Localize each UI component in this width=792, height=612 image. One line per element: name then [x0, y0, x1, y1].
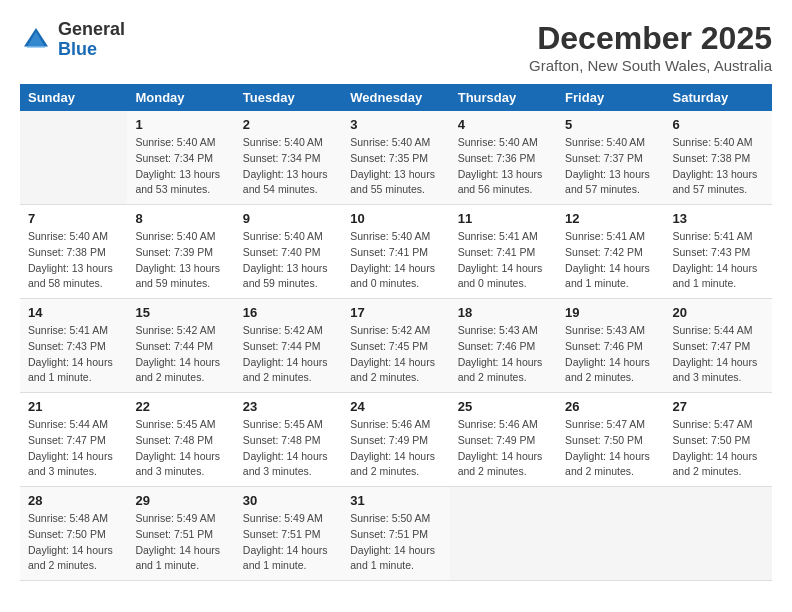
day-info: Sunrise: 5:50 AMSunset: 7:51 PMDaylight:… [350, 511, 441, 574]
calendar-cell [665, 487, 772, 581]
calendar-cell: 16Sunrise: 5:42 AMSunset: 7:44 PMDayligh… [235, 299, 342, 393]
day-number: 10 [350, 211, 441, 226]
day-number: 2 [243, 117, 334, 132]
day-info: Sunrise: 5:42 AMSunset: 7:45 PMDaylight:… [350, 323, 441, 386]
calendar-cell: 7Sunrise: 5:40 AMSunset: 7:38 PMDaylight… [20, 205, 127, 299]
day-number: 4 [458, 117, 549, 132]
day-number: 24 [350, 399, 441, 414]
day-info: Sunrise: 5:46 AMSunset: 7:49 PMDaylight:… [350, 417, 441, 480]
calendar-cell [450, 487, 557, 581]
day-info: Sunrise: 5:44 AMSunset: 7:47 PMDaylight:… [673, 323, 764, 386]
day-info: Sunrise: 5:41 AMSunset: 7:41 PMDaylight:… [458, 229, 549, 292]
day-info: Sunrise: 5:40 AMSunset: 7:36 PMDaylight:… [458, 135, 549, 198]
day-info: Sunrise: 5:48 AMSunset: 7:50 PMDaylight:… [28, 511, 119, 574]
calendar-cell: 20Sunrise: 5:44 AMSunset: 7:47 PMDayligh… [665, 299, 772, 393]
day-number: 1 [135, 117, 226, 132]
calendar-cell [20, 111, 127, 205]
day-number: 18 [458, 305, 549, 320]
day-number: 23 [243, 399, 334, 414]
day-info: Sunrise: 5:40 AMSunset: 7:34 PMDaylight:… [135, 135, 226, 198]
day-info: Sunrise: 5:40 AMSunset: 7:37 PMDaylight:… [565, 135, 656, 198]
day-info: Sunrise: 5:49 AMSunset: 7:51 PMDaylight:… [135, 511, 226, 574]
day-number: 22 [135, 399, 226, 414]
day-number: 9 [243, 211, 334, 226]
day-info: Sunrise: 5:47 AMSunset: 7:50 PMDaylight:… [673, 417, 764, 480]
day-info: Sunrise: 5:45 AMSunset: 7:48 PMDaylight:… [243, 417, 334, 480]
calendar-cell: 21Sunrise: 5:44 AMSunset: 7:47 PMDayligh… [20, 393, 127, 487]
day-info: Sunrise: 5:41 AMSunset: 7:43 PMDaylight:… [673, 229, 764, 292]
week-row-2: 7Sunrise: 5:40 AMSunset: 7:38 PMDaylight… [20, 205, 772, 299]
day-info: Sunrise: 5:42 AMSunset: 7:44 PMDaylight:… [243, 323, 334, 386]
day-info: Sunrise: 5:41 AMSunset: 7:42 PMDaylight:… [565, 229, 656, 292]
day-number: 28 [28, 493, 119, 508]
calendar-cell [557, 487, 664, 581]
day-number: 12 [565, 211, 656, 226]
day-info: Sunrise: 5:42 AMSunset: 7:44 PMDaylight:… [135, 323, 226, 386]
calendar-cell: 5Sunrise: 5:40 AMSunset: 7:37 PMDaylight… [557, 111, 664, 205]
day-number: 14 [28, 305, 119, 320]
day-info: Sunrise: 5:43 AMSunset: 7:46 PMDaylight:… [458, 323, 549, 386]
calendar-cell: 19Sunrise: 5:43 AMSunset: 7:46 PMDayligh… [557, 299, 664, 393]
day-info: Sunrise: 5:40 AMSunset: 7:35 PMDaylight:… [350, 135, 441, 198]
calendar-cell: 1Sunrise: 5:40 AMSunset: 7:34 PMDaylight… [127, 111, 234, 205]
logo-text: General Blue [58, 20, 125, 60]
day-header-tuesday: Tuesday [235, 84, 342, 111]
calendar-cell: 31Sunrise: 5:50 AMSunset: 7:51 PMDayligh… [342, 487, 449, 581]
day-number: 30 [243, 493, 334, 508]
calendar-cell: 2Sunrise: 5:40 AMSunset: 7:34 PMDaylight… [235, 111, 342, 205]
day-number: 15 [135, 305, 226, 320]
week-row-4: 21Sunrise: 5:44 AMSunset: 7:47 PMDayligh… [20, 393, 772, 487]
logo-icon [20, 24, 52, 56]
calendar-cell: 11Sunrise: 5:41 AMSunset: 7:41 PMDayligh… [450, 205, 557, 299]
page-header: General Blue December 2025 Grafton, New … [20, 20, 772, 74]
day-header-wednesday: Wednesday [342, 84, 449, 111]
day-number: 19 [565, 305, 656, 320]
day-header-monday: Monday [127, 84, 234, 111]
calendar-cell: 6Sunrise: 5:40 AMSunset: 7:38 PMDaylight… [665, 111, 772, 205]
logo-blue: Blue [58, 39, 97, 59]
calendar-cell: 14Sunrise: 5:41 AMSunset: 7:43 PMDayligh… [20, 299, 127, 393]
day-info: Sunrise: 5:40 AMSunset: 7:38 PMDaylight:… [673, 135, 764, 198]
calendar-cell: 25Sunrise: 5:46 AMSunset: 7:49 PMDayligh… [450, 393, 557, 487]
day-number: 17 [350, 305, 441, 320]
day-info: Sunrise: 5:43 AMSunset: 7:46 PMDaylight:… [565, 323, 656, 386]
day-info: Sunrise: 5:40 AMSunset: 7:38 PMDaylight:… [28, 229, 119, 292]
day-header-friday: Friday [557, 84, 664, 111]
day-header-sunday: Sunday [20, 84, 127, 111]
calendar-cell: 4Sunrise: 5:40 AMSunset: 7:36 PMDaylight… [450, 111, 557, 205]
day-number: 6 [673, 117, 764, 132]
day-number: 8 [135, 211, 226, 226]
calendar-cell: 3Sunrise: 5:40 AMSunset: 7:35 PMDaylight… [342, 111, 449, 205]
week-row-1: 1Sunrise: 5:40 AMSunset: 7:34 PMDaylight… [20, 111, 772, 205]
day-header-thursday: Thursday [450, 84, 557, 111]
day-number: 7 [28, 211, 119, 226]
calendar-cell: 24Sunrise: 5:46 AMSunset: 7:49 PMDayligh… [342, 393, 449, 487]
calendar-cell: 30Sunrise: 5:49 AMSunset: 7:51 PMDayligh… [235, 487, 342, 581]
calendar-cell: 12Sunrise: 5:41 AMSunset: 7:42 PMDayligh… [557, 205, 664, 299]
week-row-5: 28Sunrise: 5:48 AMSunset: 7:50 PMDayligh… [20, 487, 772, 581]
day-number: 21 [28, 399, 119, 414]
day-number: 26 [565, 399, 656, 414]
month-year: December 2025 [529, 20, 772, 57]
day-number: 11 [458, 211, 549, 226]
day-info: Sunrise: 5:40 AMSunset: 7:34 PMDaylight:… [243, 135, 334, 198]
calendar-cell: 26Sunrise: 5:47 AMSunset: 7:50 PMDayligh… [557, 393, 664, 487]
calendar-cell: 29Sunrise: 5:49 AMSunset: 7:51 PMDayligh… [127, 487, 234, 581]
calendar-cell: 8Sunrise: 5:40 AMSunset: 7:39 PMDaylight… [127, 205, 234, 299]
day-info: Sunrise: 5:41 AMSunset: 7:43 PMDaylight:… [28, 323, 119, 386]
day-number: 5 [565, 117, 656, 132]
title-block: December 2025 Grafton, New South Wales, … [529, 20, 772, 74]
day-number: 3 [350, 117, 441, 132]
day-info: Sunrise: 5:40 AMSunset: 7:40 PMDaylight:… [243, 229, 334, 292]
week-row-3: 14Sunrise: 5:41 AMSunset: 7:43 PMDayligh… [20, 299, 772, 393]
calendar-cell: 27Sunrise: 5:47 AMSunset: 7:50 PMDayligh… [665, 393, 772, 487]
day-info: Sunrise: 5:44 AMSunset: 7:47 PMDaylight:… [28, 417, 119, 480]
day-number: 27 [673, 399, 764, 414]
calendar-cell: 23Sunrise: 5:45 AMSunset: 7:48 PMDayligh… [235, 393, 342, 487]
calendar-cell: 10Sunrise: 5:40 AMSunset: 7:41 PMDayligh… [342, 205, 449, 299]
calendar-cell: 22Sunrise: 5:45 AMSunset: 7:48 PMDayligh… [127, 393, 234, 487]
calendar-cell: 13Sunrise: 5:41 AMSunset: 7:43 PMDayligh… [665, 205, 772, 299]
day-number: 20 [673, 305, 764, 320]
calendar-cell: 18Sunrise: 5:43 AMSunset: 7:46 PMDayligh… [450, 299, 557, 393]
day-number: 16 [243, 305, 334, 320]
